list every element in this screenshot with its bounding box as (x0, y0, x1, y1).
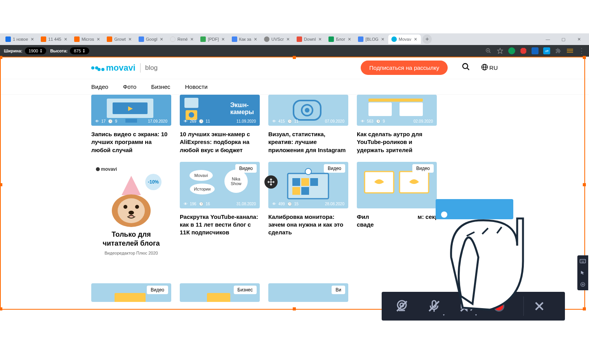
svg-rect-8 (567, 52, 573, 53)
close-icon[interactable]: × (96, 37, 101, 42)
maximize-button[interactable]: ▢ (556, 34, 571, 45)
browser-tab[interactable]: Downl× (294, 35, 326, 44)
card-date: 31.08.2020 (236, 202, 256, 206)
article-card[interactable]: Ви (268, 283, 348, 302)
language-selector[interactable]: RU (481, 64, 498, 72)
promo-subtitle: Видеоредактор Плюс 2020 (96, 251, 167, 255)
svg-rect-26 (368, 99, 423, 102)
promo-card[interactable]: movavi -10% Только для читателей блога В… (91, 162, 171, 260)
article-card[interactable]: Экшн- камеры 👁269🕒1111.09.2020 10 лучших… (180, 95, 260, 154)
star-icon[interactable] (497, 47, 504, 54)
card-thumbnail: Видео (357, 162, 437, 208)
browser-tab[interactable]: UVScr× (261, 35, 294, 44)
article-card[interactable]: Бизнес (180, 283, 260, 302)
article-card[interactable]: Видео 👁499🕒1528.08.2020 Калибровка монит… (268, 162, 348, 260)
logo[interactable]: movavi blog (91, 63, 158, 73)
browser-tab[interactable]: [PDF]× (197, 35, 228, 44)
card-date: 02.09.2020 (414, 119, 433, 123)
svg-rect-50 (115, 293, 146, 302)
article-card[interactable]: Видео Фил м: секр сваде (357, 162, 437, 260)
card-badge: Ви (332, 286, 345, 294)
article-card[interactable]: 👁563🕒902.09.2020 Как сделать аутро для Y… (357, 95, 437, 154)
close-icon[interactable]: × (221, 37, 226, 42)
svg-point-69 (581, 283, 585, 287)
close-icon[interactable]: × (159, 37, 164, 42)
adblock-icon[interactable] (520, 47, 527, 54)
browser-tab-active[interactable]: Movav× (388, 35, 421, 44)
svg-line-10 (467, 68, 469, 70)
dock-keyboard-icon[interactable] (577, 255, 588, 267)
dock-cursor-icon[interactable] (577, 267, 588, 279)
stepper-arrows-icon[interactable]: ▲▼ (83, 49, 85, 53)
close-icon[interactable]: × (318, 37, 322, 42)
extension-icon[interactable] (532, 47, 539, 54)
card-stats: 👁499🕒1528.08.2020 (272, 202, 344, 206)
svg-point-23 (305, 108, 309, 113)
eye-icon: 👁 (361, 119, 365, 123)
close-icon[interactable]: × (189, 37, 194, 42)
clock-icon: 🕒 (108, 119, 113, 123)
nav-item-photo[interactable]: Фото (123, 83, 136, 90)
svg-point-68 (582, 284, 584, 285)
nav-item-business[interactable]: Бизнес (151, 83, 170, 90)
dock-settings-icon[interactable] (577, 279, 588, 290)
close-icon[interactable]: × (381, 37, 385, 42)
extension-icon[interactable] (508, 47, 515, 54)
nav-item-news[interactable]: Новости (185, 83, 208, 90)
card-thumbnail: 👁17🕒917.09.2020 (91, 95, 171, 126)
article-card[interactable]: MovaviИсторииNikaShow Видео 👁196🕒1631.08… (180, 162, 260, 260)
logo-subtitle: blog (145, 64, 158, 72)
browser-tab[interactable]: Блог× (325, 35, 355, 44)
subscribe-button[interactable]: Подписаться на рассылку (361, 61, 448, 75)
browser-tab[interactable]: René× (167, 35, 197, 44)
search-icon[interactable] (462, 62, 470, 73)
move-handle[interactable] (264, 175, 278, 189)
svg-point-71 (441, 211, 447, 218)
site-header: movavi blog Подписаться на рассылку RU (0, 57, 589, 79)
card-thumbnail: Бизнес (180, 283, 260, 302)
minimize-button[interactable]: — (540, 34, 556, 45)
tab-favicon (264, 36, 269, 42)
close-icon[interactable]: × (63, 37, 68, 42)
browser-tab[interactable]: Как за× (229, 35, 261, 44)
nav-item-video[interactable]: Видео (91, 83, 108, 90)
article-card[interactable]: Видео (91, 283, 171, 302)
browser-tab[interactable]: [BLOG× (355, 35, 388, 44)
close-icon[interactable]: × (253, 37, 258, 42)
close-icon[interactable]: × (286, 37, 290, 42)
svg-point-19 (189, 112, 194, 118)
tab-favicon (297, 36, 302, 42)
webcam-toggle[interactable] (392, 296, 412, 316)
zoom-icon[interactable] (485, 47, 492, 54)
browser-tab[interactable]: Googl× (136, 35, 167, 44)
browser-tab[interactable]: 1 новое× (2, 35, 38, 44)
svg-text:Movavi: Movavi (195, 173, 208, 178)
height-value[interactable]: 875▲▼ (70, 47, 89, 54)
card-date: 07.09.2020 (325, 119, 344, 123)
article-card[interactable]: 👁415🕒1107.09.2020 Визуал, статистика, кр… (268, 95, 348, 154)
close-icon[interactable]: × (128, 37, 132, 42)
eye-icon: 👁 (184, 119, 188, 123)
article-card[interactable]: 👁17🕒917.09.2020 Запись видео с экрана: 1… (91, 95, 171, 154)
menu-hamburger-icon[interactable] (566, 47, 573, 54)
browser-tab[interactable]: Micros× (71, 35, 104, 44)
tab-title: Micros (82, 37, 94, 42)
browser-tab[interactable]: 11 445× (38, 35, 71, 44)
card-badge: Видео (324, 164, 345, 173)
close-window-button[interactable]: ✕ (571, 34, 587, 45)
tab-title: Downl (304, 37, 316, 42)
tab-favicon (139, 36, 144, 42)
browser-tab[interactable]: Growt× (104, 35, 135, 44)
close-icon[interactable]: × (413, 37, 418, 42)
extension-icon[interactable]: off (543, 47, 550, 54)
close-icon[interactable]: × (30, 37, 35, 42)
new-tab-button[interactable]: + (422, 35, 432, 44)
more-menu-icon[interactable]: ⋮ (578, 47, 585, 54)
width-value[interactable]: 1900▲▼ (25, 47, 46, 54)
svg-marker-4 (497, 48, 502, 53)
close-icon[interactable]: × (347, 37, 352, 42)
svg-text:Nika: Nika (232, 177, 241, 181)
svg-rect-43 (301, 178, 309, 186)
stepper-arrows-icon[interactable]: ▲▼ (40, 49, 42, 53)
extensions-puzzle-icon[interactable] (555, 47, 562, 54)
